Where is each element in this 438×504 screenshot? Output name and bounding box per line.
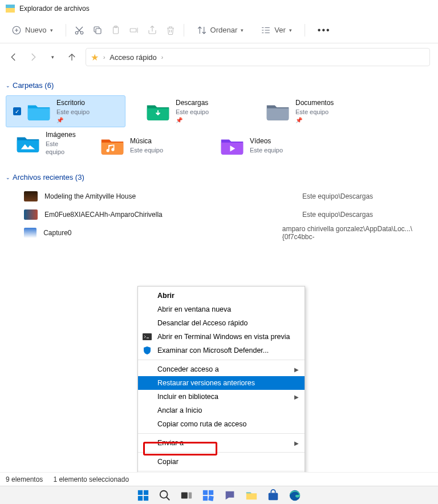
folder-videos[interactable]: Vídeos Este equipo: [200, 130, 319, 162]
context-menu: Abrir Abrir en ventana nueva Desanclar d…: [137, 286, 305, 504]
ctx-unpin-quick-access[interactable]: Desanclar del Acceso rápido: [138, 316, 305, 330]
svg-rect-10: [138, 495, 143, 500]
pictures-folder-icon: [16, 133, 40, 154]
new-button[interactable]: Nuevo ▾: [7, 23, 58, 38]
folder-descargas[interactable]: Descargas Este equipo 📌: [125, 95, 245, 127]
folder-name: Escritorio: [56, 99, 90, 108]
chevron-right-icon: ▶: [294, 440, 299, 446]
checkbox-checked-icon[interactable]: ✓: [13, 107, 21, 115]
file-thumbnail: [24, 228, 36, 238]
svg-rect-16: [209, 490, 213, 494]
chat-button[interactable]: [223, 489, 237, 502]
svg-rect-19: [269, 493, 278, 500]
chevron-right-icon: ▶: [294, 394, 299, 400]
separator: [184, 24, 184, 37]
recent-file-item[interactable]: Modeling the Amityville House Este equip…: [6, 187, 432, 205]
svg-rect-18: [208, 495, 214, 501]
recent-section: ⌄ Archivos recientes (3) Modeling the Am…: [6, 173, 432, 242]
ctx-include-library[interactable]: Incluir en biblioteca▶: [138, 390, 305, 404]
breadcrumb[interactable]: ★ › Acceso rápido ›: [86, 48, 430, 66]
nav-row: ▾ ★ › Acceso rápido ›: [0, 43, 438, 71]
chevron-down-icon: ⌄: [6, 175, 10, 180]
svg-point-2: [80, 31, 83, 34]
copy-icon[interactable]: [92, 25, 103, 35]
cut-icon[interactable]: [74, 25, 84, 35]
recent-file-item[interactable]: Capture0 amparo chirivella gonzalez\AppD…: [6, 224, 432, 242]
recent-label: Archivos recientes (3): [13, 173, 84, 182]
pin-icon: 📌: [295, 116, 334, 124]
plus-circle-icon: [11, 25, 22, 35]
paste-icon[interactable]: [111, 25, 121, 35]
more-button[interactable]: •••: [313, 23, 335, 38]
svg-rect-14: [189, 492, 192, 498]
ctx-open[interactable]: Abrir: [138, 289, 305, 303]
menu-separator: [138, 433, 305, 434]
up-button[interactable]: [66, 51, 78, 63]
videos-folder-icon: [220, 135, 244, 156]
ctx-pin-start[interactable]: Anclar a Inicio: [138, 404, 305, 417]
terminal-icon: [143, 332, 152, 341]
breadcrumb-root[interactable]: Acceso rápido: [110, 53, 156, 62]
folder-name: Vídeos: [250, 137, 283, 146]
ctx-give-access[interactable]: Conceder acceso a▶: [138, 362, 305, 376]
separator: [305, 24, 305, 37]
folder-musica[interactable]: Música Este equipo: [80, 130, 200, 162]
menu-separator: [138, 471, 305, 471]
ctx-send-to[interactable]: Enviar a▶: [138, 436, 305, 450]
back-button[interactable]: [8, 51, 19, 63]
file-name: Em0Fue8XIAECAHh-AmparoChirivella: [44, 211, 295, 219]
svg-rect-11: [144, 495, 148, 500]
view-button[interactable]: Ver ▾: [256, 23, 297, 38]
folder-location: Este equipo: [250, 146, 283, 154]
task-view-button[interactable]: [180, 489, 193, 502]
folder-name: Música: [130, 137, 163, 146]
recent-section-header[interactable]: ⌄ Archivos recientes (3): [6, 173, 432, 182]
explorer-button[interactable]: [245, 489, 258, 502]
folder-name: Documentos: [295, 99, 334, 108]
recent-file-item[interactable]: Em0Fue8XIAECAHh-AmparoChirivella Este eq…: [6, 205, 432, 224]
forward-button[interactable]: [27, 51, 39, 63]
app-icon: [6, 5, 15, 13]
view-icon: [261, 25, 271, 35]
folder-escritorio[interactable]: ✓ Escritorio Este equipo 📌: [6, 95, 125, 127]
ctx-open-new-window[interactable]: Abrir en ventana nueva: [138, 303, 305, 316]
ctx-copy-path[interactable]: Copiar como ruta de acceso: [138, 417, 305, 431]
history-button[interactable]: ▾: [47, 51, 58, 63]
desktop-folder-icon: [27, 101, 51, 122]
ctx-open-terminal[interactable]: Abrir en Terminal Windows en vista previ…: [138, 330, 305, 344]
start-button[interactable]: [136, 489, 150, 502]
edge-button[interactable]: [288, 489, 302, 502]
folders-section-header[interactable]: ⌄ Carpetas (6): [6, 81, 432, 90]
file-thumbnail: [24, 209, 38, 220]
taskbar: [0, 486, 438, 504]
sort-button[interactable]: Ordenar ▾: [192, 23, 249, 38]
store-button[interactable]: [266, 489, 280, 502]
rename-icon[interactable]: [129, 25, 139, 35]
file-thumbnail: [24, 191, 38, 201]
folder-location: Este equipo: [130, 146, 163, 154]
chevron-down-icon: ▾: [241, 27, 244, 33]
chevron-down-icon: ⌄: [6, 83, 10, 88]
file-path: Este equipo\Descargas: [302, 192, 373, 200]
file-name: Capture0: [43, 229, 275, 237]
folder-imagenes[interactable]: Imágenes Este equipo: [6, 127, 80, 159]
ctx-restore-versions[interactable]: Restaurar versiones anteriores: [138, 376, 305, 390]
chevron-right-icon: ›: [103, 54, 105, 61]
menu-separator: [138, 360, 305, 360]
status-item-count: 9 elementos: [6, 475, 43, 483]
folder-location: Este equipo: [56, 108, 90, 116]
ctx-copy[interactable]: Copiar: [138, 455, 305, 469]
music-folder-icon: [100, 135, 124, 156]
view-label: Ver: [274, 26, 286, 34]
toolbar: Nuevo ▾ Ordenar ▾ Ver ▾ •••: [0, 17, 438, 43]
search-button[interactable]: [158, 489, 172, 502]
widgets-button[interactable]: [201, 489, 215, 502]
share-icon[interactable]: [147, 25, 157, 35]
folder-documentos[interactable]: Documentos Este equipo 📌: [245, 95, 365, 127]
folders-label: Carpetas (6): [13, 81, 54, 90]
folder-location: Este equipo: [295, 108, 334, 116]
delete-icon[interactable]: [165, 25, 176, 35]
ctx-scan-defender[interactable]: Examinar con Microsoft Defender...: [138, 344, 305, 357]
chevron-right-icon: ▶: [294, 366, 299, 373]
svg-rect-6: [130, 29, 136, 32]
